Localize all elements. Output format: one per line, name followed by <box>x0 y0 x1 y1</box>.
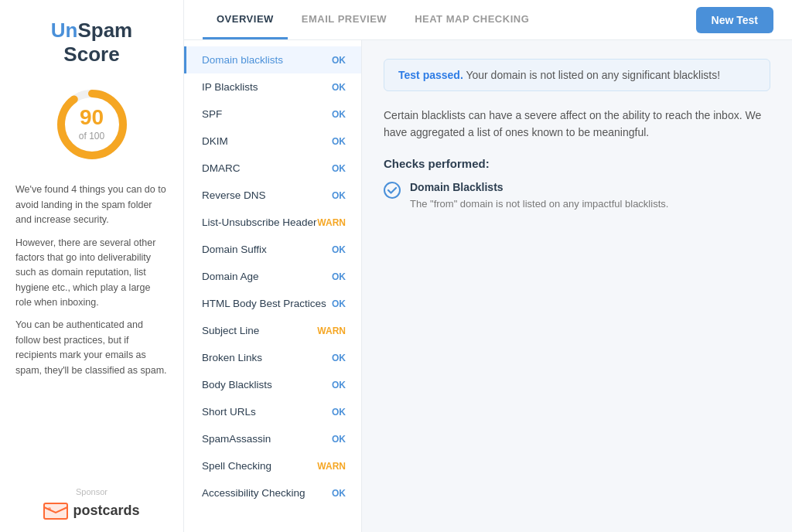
check-item-name: Subject Line <box>202 325 259 336</box>
brand-title: UnSpam Score <box>51 19 132 66</box>
check-item-status: OK <box>332 271 346 282</box>
check-item[interactable]: List-Unsubscribe HeaderWARN <box>184 209 361 236</box>
sponsor-label: Sponsor <box>43 487 139 496</box>
check-item[interactable]: Spell CheckingWARN <box>184 452 361 479</box>
tab-heatmap[interactable]: HEAT MAP CHECKING <box>401 0 543 39</box>
svg-point-5 <box>384 182 400 198</box>
check-item-name: IP Blacklists <box>202 81 258 93</box>
check-performed-item: Domain Blacklists The "from" domain is n… <box>384 181 770 212</box>
check-item-name: Domain Suffix <box>202 244 267 255</box>
tabs: OVERVIEW EMAIL PREVIEW HEAT MAP CHECKING <box>203 0 543 39</box>
check-item[interactable]: SpamAssassinOK <box>184 425 361 452</box>
detail-description: Certain blacklists can have a severe aff… <box>384 107 770 142</box>
topbar: OVERVIEW EMAIL PREVIEW HEAT MAP CHECKING… <box>184 0 792 40</box>
postcards-text: postcards <box>73 503 139 519</box>
check-item-name: HTML Body Best Practices <box>202 298 326 309</box>
main-content: OVERVIEW EMAIL PREVIEW HEAT MAP CHECKING… <box>184 0 792 532</box>
check-item[interactable]: Short URLsOK <box>184 398 361 425</box>
check-item-status: OK <box>332 244 346 255</box>
check-item-status: OK <box>332 434 346 445</box>
checks-performed-title: Checks performed: <box>384 157 770 170</box>
check-item-status: WARN <box>317 326 346 336</box>
check-item-name: SpamAssassin <box>202 433 271 445</box>
svg-point-4 <box>48 507 51 510</box>
tab-overview[interactable]: OVERVIEW <box>203 0 288 39</box>
check-item-name: SPF <box>202 108 222 120</box>
check-item[interactable]: IP BlacklistsOK <box>184 73 361 101</box>
check-circle-icon <box>384 182 401 199</box>
check-item-name: Body Blacklists <box>202 379 272 390</box>
score-value: 90 <box>79 107 104 128</box>
check-item[interactable]: Domain AgeOK <box>184 263 361 290</box>
check-item[interactable]: Body BlacklistsOK <box>184 371 361 398</box>
check-item[interactable]: Subject LineWARN <box>184 317 361 344</box>
check-item-name: DMARC <box>202 162 241 174</box>
check-item-name: Reverse DNS <box>202 189 266 201</box>
banner-text: Your domain is not listed on any signifi… <box>463 69 720 81</box>
check-item-status: WARN <box>317 461 346 472</box>
check-item-status: OK <box>332 109 346 120</box>
score-max: of 100 <box>79 131 104 142</box>
check-item-name: Spell Checking <box>202 460 271 472</box>
check-item-status: OK <box>332 488 346 499</box>
test-passed-banner: Test passed. Your domain is not listed o… <box>384 59 770 91</box>
performed-check-name: Domain Blacklists <box>410 181 668 193</box>
check-item[interactable]: HTML Body Best PracticesOK <box>184 290 361 317</box>
check-item[interactable]: DKIMOK <box>184 128 361 155</box>
check-item[interactable]: SPFOK <box>184 101 361 128</box>
check-item[interactable]: Broken LinksOK <box>184 344 361 371</box>
check-item-status: WARN <box>317 217 346 228</box>
sidebar-para-3: You can be authenticated and follow best… <box>15 318 168 378</box>
sidebar: UnSpam Score 90 of 100 We've found 4 thi… <box>0 0 184 532</box>
check-list: Domain blacklistsOKIP BlacklistsOKSPFOKD… <box>184 40 362 532</box>
check-item-name: Short URLs <box>202 406 256 418</box>
check-performed-detail: Domain Blacklists The "from" domain is n… <box>410 181 668 212</box>
check-item-status: OK <box>332 353 346 363</box>
content-area: Domain blacklistsOKIP BlacklistsOKSPFOKD… <box>184 40 792 532</box>
score-donut: 90 of 100 <box>50 82 135 167</box>
sidebar-para-1: We've found 4 things you can do to avoid… <box>15 182 168 227</box>
check-item-status: OK <box>332 136 346 147</box>
postcards-logo[interactable]: postcards <box>43 501 139 520</box>
performed-check-desc: The "from" domain is not listed on any i… <box>410 196 668 212</box>
check-item-status: OK <box>332 190 346 201</box>
check-item[interactable]: Accessibility CheckingOK <box>184 479 361 506</box>
brand-un: Un <box>51 19 78 42</box>
tab-email-preview[interactable]: EMAIL PREVIEW <box>288 0 401 39</box>
svg-rect-2 <box>44 503 67 519</box>
detail-panel: Test passed. Your domain is not listed o… <box>362 40 792 532</box>
check-item-name: List-Unsubscribe Header <box>202 217 317 228</box>
check-item-status: OK <box>332 407 346 418</box>
check-item[interactable]: DMARCOK <box>184 155 361 182</box>
check-item-status: OK <box>332 163 346 174</box>
postcards-icon <box>43 501 68 520</box>
sponsor-area: Sponsor postcards <box>43 478 139 520</box>
check-item-status: OK <box>332 55 346 66</box>
check-item-status: OK <box>332 82 346 93</box>
brand-score: Score <box>51 43 132 66</box>
check-item-name: DKIM <box>202 135 228 147</box>
check-item[interactable]: Reverse DNSOK <box>184 182 361 209</box>
donut-label: 90 of 100 <box>79 107 104 142</box>
check-item-name: Accessibility Checking <box>202 487 306 499</box>
check-item-status: OK <box>332 298 346 309</box>
check-item[interactable]: Domain blacklistsOK <box>184 46 361 73</box>
check-item-name: Broken Links <box>202 352 262 363</box>
check-item-status: OK <box>332 380 346 390</box>
banner-strong: Test passed. <box>398 69 463 81</box>
sidebar-para-2: However, there are several other factors… <box>15 236 168 311</box>
new-test-button[interactable]: New Test <box>696 7 773 33</box>
check-item-name: Domain Age <box>202 271 259 282</box>
check-item-name: Domain blacklists <box>202 54 283 66</box>
brand-spam: Spam <box>77 19 132 42</box>
check-item[interactable]: Domain SuffixOK <box>184 236 361 263</box>
